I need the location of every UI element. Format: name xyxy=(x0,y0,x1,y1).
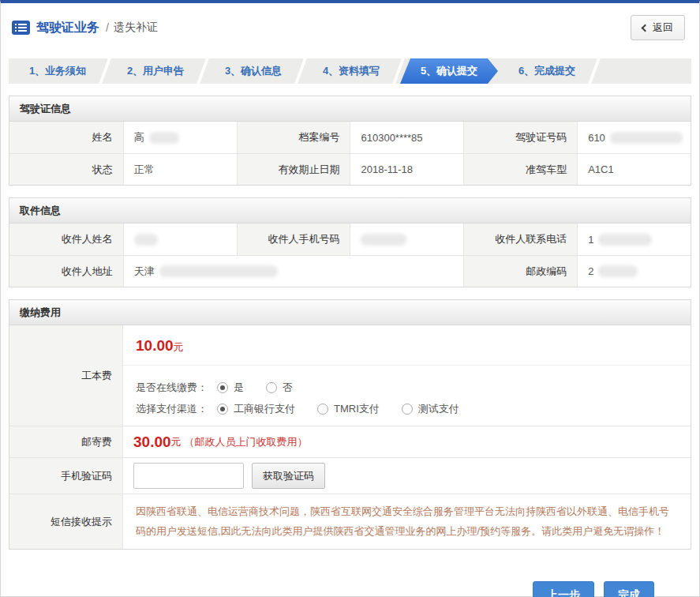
payment-options-block: 是否在线缴费： 是 否 选择支付渠道： xyxy=(123,366,691,426)
previous-step-button[interactable]: 上一步 xyxy=(533,581,594,597)
step-label: 1、业务须知 xyxy=(29,64,86,78)
redacted-mobile xyxy=(361,234,406,246)
list-icon xyxy=(12,21,30,35)
status-label: 状态 xyxy=(9,153,123,185)
back-button[interactable]: 返回 xyxy=(631,15,685,40)
page-title: 驾驶证业务 xyxy=(36,20,99,36)
radio-label: 否 xyxy=(283,381,293,395)
step-label: 6、完成提交 xyxy=(518,64,575,78)
radio-selected-icon[interactable] xyxy=(217,382,228,393)
back-button-label: 返回 xyxy=(653,21,673,35)
file-no-value: 610300****85 xyxy=(350,122,463,153)
page-header: 驾驶证业务 / 遗失补证 返回 xyxy=(1,3,699,51)
class-value: A1C1 xyxy=(577,153,691,185)
radio-selected-icon[interactable] xyxy=(217,404,228,415)
sms-notice-text: 因陕西省联通、电信运营商技术问题，陕西省互联网交通安全综合服务管理平台无法向持陕… xyxy=(122,494,691,549)
pickup-info-table: 收件人姓名 收件人手机号码 收件人联系电话 1 收件人地址 天津 邮政编码 xyxy=(9,223,691,287)
cost-amount-row: 10.00元 xyxy=(123,325,691,366)
mobile-value xyxy=(350,223,463,255)
get-captcha-button[interactable]: 获取验证码 xyxy=(252,463,325,489)
radio-label: 是 xyxy=(234,381,244,395)
recipient-value xyxy=(123,223,237,255)
pay-channel-row: 选择支付渠道： 工商银行支付 TMRI支付 测试支付 xyxy=(136,402,678,416)
cost-unit: 元 xyxy=(174,341,184,353)
license-no-text: 610 xyxy=(588,132,605,144)
section-title: 驾驶证信息 xyxy=(9,96,691,122)
address-label: 收件人地址 xyxy=(9,255,123,287)
cost-amount: 10.00 xyxy=(136,337,174,354)
radio-label: TMRI支付 xyxy=(334,402,380,416)
expiry-label: 有效期止日期 xyxy=(237,153,350,185)
file-no-label: 档案编号 xyxy=(237,122,350,153)
online-pay-label: 是否在线缴费： xyxy=(136,381,208,395)
contact-value: 1 xyxy=(577,223,691,255)
page: 驾驶证业务 / 遗失补证 返回 1、业务须知 2、用户申告 3、确认信息 4、资… xyxy=(0,0,700,597)
address-text: 天津 xyxy=(134,265,155,279)
expiry-value: 2018-11-18 xyxy=(350,153,463,185)
license-info-table: 姓名 高 档案编号 610300****85 驾驶证号码 610 状态 正常 有… xyxy=(9,122,691,185)
redacted-recipient xyxy=(134,234,158,246)
fees-table: 工本费 10.00元 是否在线缴费： 是 否 xyxy=(9,325,691,549)
breadcrumb-separator: / xyxy=(106,21,109,34)
name-label: 姓名 xyxy=(9,122,123,153)
step-label: 3、确认信息 xyxy=(225,64,282,78)
step-filler xyxy=(596,58,691,84)
radio-online-no[interactable]: 否 xyxy=(266,381,293,395)
radio-label: 工商银行支付 xyxy=(234,402,295,416)
step-label: 5、确认提交 xyxy=(421,64,477,78)
postage-unit: 元 xyxy=(171,435,182,449)
redacted-license-no xyxy=(610,132,683,144)
step-1-business-notice: 1、业务须知 xyxy=(9,58,107,84)
captcha-label: 手机验证码 xyxy=(9,457,122,494)
cost-fee-value: 10.00元 是否在线缴费： 是 否 xyxy=(122,325,691,426)
footer-actions: 上一步 完成 xyxy=(1,550,699,597)
redacted-contact xyxy=(598,234,652,246)
contact-label: 收件人联系电话 xyxy=(463,223,577,255)
redacted-postcode xyxy=(598,265,638,277)
radio-unselected-icon[interactable] xyxy=(266,382,277,393)
chevron-left-icon xyxy=(642,24,649,32)
step-wizard: 1、业务须知 2、用户申告 3、确认信息 4、资料填写 5、确认提交 6、完成提… xyxy=(9,58,691,84)
radio-unselected-icon[interactable] xyxy=(402,404,413,415)
cost-fee-label: 工本费 xyxy=(9,325,122,426)
step-2-user-declaration: 2、用户申告 xyxy=(107,58,204,84)
name-text: 高 xyxy=(134,130,144,145)
postage-fee-label: 邮寄费 xyxy=(9,426,122,457)
radio-channel-test[interactable]: 测试支付 xyxy=(402,402,459,416)
finish-button[interactable]: 完成 xyxy=(604,581,654,597)
radio-online-yes[interactable]: 是 xyxy=(217,381,244,395)
radio-unselected-icon[interactable] xyxy=(317,404,328,415)
postage-fee-value: 30.00元 （邮政人员上门收取费用） xyxy=(122,426,691,457)
step-4-fill-data: 4、资料填写 xyxy=(302,58,400,84)
redacted-address xyxy=(159,265,278,277)
radio-channel-tmri[interactable]: TMRI支付 xyxy=(317,402,380,416)
pay-channel-label: 选择支付渠道： xyxy=(136,402,208,416)
license-no-value: 610 xyxy=(577,122,691,153)
radio-channel-icbc[interactable]: 工商银行支付 xyxy=(217,402,295,416)
pickup-info-section: 取件信息 收件人姓名 收件人手机号码 收件人联系电话 1 收件人地址 天津 xyxy=(9,197,691,287)
mobile-label: 收件人手机号码 xyxy=(237,223,350,255)
breadcrumb-current: 遗失补证 xyxy=(114,21,158,35)
step-5-confirm-submit-active: 5、确认提交 xyxy=(400,58,498,84)
class-label: 准驾车型 xyxy=(463,153,577,185)
step-3-confirm-info: 3、确认信息 xyxy=(204,58,302,84)
postcode-text: 2 xyxy=(588,265,593,277)
license-no-label: 驾驶证号码 xyxy=(463,122,577,153)
section-title: 取件信息 xyxy=(9,198,691,223)
postcode-label: 邮政编码 xyxy=(463,255,577,287)
redacted-name xyxy=(149,132,179,144)
fees-section: 缴纳费用 工本费 10.00元 是否在线缴费： 是 xyxy=(9,299,691,550)
captcha-input[interactable] xyxy=(133,463,244,489)
step-label: 4、资料填写 xyxy=(323,64,380,78)
section-title: 缴纳费用 xyxy=(9,300,691,325)
recipient-label: 收件人姓名 xyxy=(9,223,123,255)
step-label: 2、用户申告 xyxy=(127,64,184,78)
status-value: 正常 xyxy=(123,153,237,185)
sms-notice-label: 短信接收提示 xyxy=(9,494,122,549)
step-6-complete-submit: 6、完成提交 xyxy=(498,58,596,84)
postage-amount: 30.00 xyxy=(133,434,171,451)
radio-label: 测试支付 xyxy=(418,402,459,416)
license-info-section: 驾驶证信息 姓名 高 档案编号 610300****85 驾驶证号码 610 状… xyxy=(9,96,691,186)
contact-text: 1 xyxy=(588,234,593,246)
address-value: 天津 xyxy=(123,255,464,287)
